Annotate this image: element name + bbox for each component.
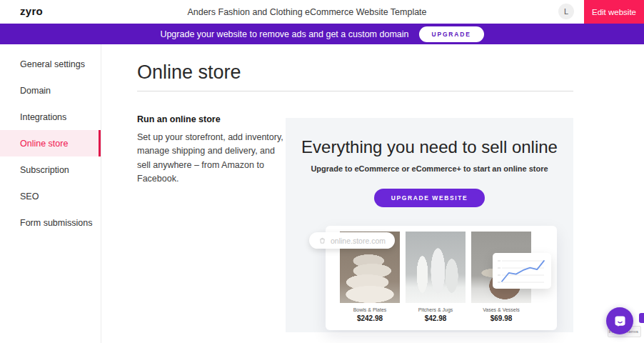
site-template-title: Anders Fashion and Clothing eCommerce We…: [114, 7, 500, 17]
section-description: Set up your storefront, add inventory, m…: [137, 131, 288, 187]
product-name: Vases & Vessels: [471, 307, 531, 312]
chat-bubble-icon: [613, 314, 628, 329]
product-price: $242.98: [340, 314, 400, 322]
sidebar-item[interactable]: Domain: [0, 77, 101, 104]
app-window: zyro Anders Fashion and Clothing eCommer…: [0, 0, 644, 343]
shopping-cart-icon: [318, 237, 326, 244]
ecommerce-promo-panel: Everything you need to sell online Upgra…: [286, 118, 573, 332]
product-name: Pitchers & Jugs: [406, 307, 466, 312]
sidebar-item[interactable]: Integrations: [0, 104, 101, 130]
store-url-pill: online.store.com: [309, 232, 395, 249]
product-item: Pitchers & Jugs $42.98: [406, 232, 466, 322]
settings-sidebar: General settings Domain Integrations Onl…: [0, 44, 101, 343]
sidebar-item-label: Integrations: [20, 112, 66, 122]
mini-chart-line: [502, 261, 544, 282]
sidebar-item[interactable]: General settings: [0, 51, 101, 77]
store-url-text: online.store.com: [331, 237, 386, 245]
sidebar-item[interactable]: Online store: [0, 130, 101, 156]
sidebar-item-label: Online store: [20, 139, 68, 149]
user-avatar[interactable]: L: [558, 4, 574, 19]
sidebar-item-label: General settings: [20, 59, 85, 69]
upgrade-banner-text: Upgrade your website to remove ads and g…: [160, 29, 408, 39]
product-price: $42.98: [406, 314, 466, 322]
zyro-logo[interactable]: zyro: [20, 5, 43, 17]
section-heading: Run an online store: [137, 114, 288, 124]
chat-side-tab[interactable]: [639, 313, 644, 323]
sidebar-item[interactable]: Form submissions: [0, 209, 101, 236]
page-title: Online store: [137, 61, 241, 84]
promo-subheading: Upgrade to eCommerce or eCommerce+ to st…: [286, 164, 573, 173]
sidebar-item-label: Form submissions: [20, 218, 92, 228]
upgrade-website-button[interactable]: UPGRADE WEBSITE: [374, 189, 485, 207]
sidebar-item-label: Domain: [20, 86, 51, 96]
sidebar-item-label: Subscription: [20, 165, 69, 175]
top-header: zyro Anders Fashion and Clothing eCommer…: [0, 0, 644, 24]
title-divider: [137, 91, 573, 91]
sales-sparkline-chart: [493, 253, 551, 289]
product-image: [406, 232, 466, 303]
online-store-description-section: Run an online store Set up your storefro…: [137, 114, 288, 187]
promo-heading: Everything you need to sell online: [286, 137, 573, 157]
chat-widget-button[interactable]: [606, 307, 633, 334]
product-price: $69.98: [471, 314, 531, 322]
product-name: Bowls & Plates: [340, 307, 400, 312]
sidebar-item[interactable]: Subscription: [0, 156, 101, 183]
sidebar-item-label: SEO: [20, 192, 39, 202]
edit-website-button[interactable]: Edit website: [584, 0, 644, 24]
main-content: Online store Run an online store Set up …: [101, 44, 644, 343]
sales-chart-card: [493, 253, 551, 289]
upgrade-banner: Upgrade your website to remove ads and g…: [0, 24, 644, 44]
upgrade-banner-button[interactable]: UPGRADE: [419, 26, 484, 42]
sidebar-item[interactable]: SEO: [0, 183, 101, 209]
